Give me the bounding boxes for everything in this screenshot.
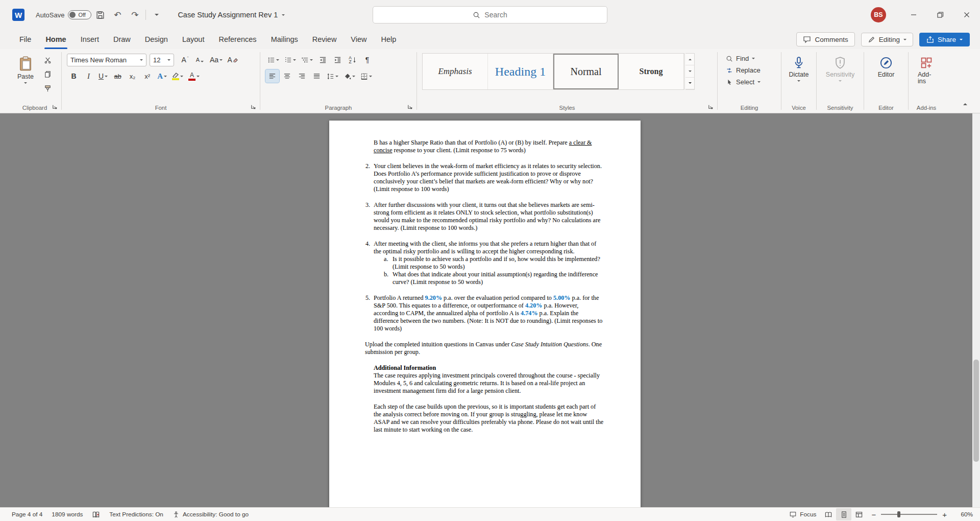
save-button[interactable] [91, 6, 109, 23]
print-layout-button[interactable] [836, 508, 851, 520]
select-button[interactable]: Select [723, 77, 776, 87]
autosave-toggle[interactable]: Off [68, 10, 91, 19]
align-right-button[interactable] [295, 69, 309, 83]
subscript-button[interactable]: x₂ [126, 69, 139, 83]
find-button[interactable]: Find [723, 53, 776, 64]
share-button[interactable]: Share [919, 33, 970, 46]
editing-mode-button[interactable]: Editing [861, 33, 913, 46]
focus-button[interactable]: Focus [785, 511, 821, 518]
increase-indent-button[interactable] [331, 53, 345, 66]
undo-button[interactable]: ↶ [109, 6, 126, 23]
styles-dialog-launcher[interactable] [707, 103, 714, 110]
align-left-button[interactable] [265, 69, 279, 83]
borders-button[interactable] [358, 69, 374, 83]
minimize-button[interactable] [900, 4, 927, 26]
tab-design[interactable]: Design [138, 30, 175, 49]
zoom-in-button[interactable]: + [942, 510, 951, 519]
read-mode-button[interactable] [821, 508, 836, 520]
styles-scroll-up-button[interactable] [685, 54, 694, 65]
replace-button[interactable]: Replace [723, 65, 776, 76]
tab-file[interactable]: File [12, 30, 38, 49]
align-center-button[interactable] [280, 69, 294, 83]
decrease-indent-button[interactable] [316, 53, 330, 66]
tab-home[interactable]: Home [38, 30, 73, 49]
style-heading-1[interactable]: Heading 1 [488, 54, 553, 89]
font-color-button[interactable]: A [186, 69, 202, 83]
text-predictions[interactable]: Text Predictions: On [105, 508, 168, 521]
vertical-scrollbar[interactable] [972, 113, 980, 507]
bold-button[interactable]: B [67, 69, 81, 83]
replace-icon [726, 67, 733, 74]
tab-view[interactable]: View [344, 30, 374, 49]
style-emphasis[interactable]: Emphasis [423, 54, 488, 89]
shading-button[interactable] [341, 69, 357, 83]
avatar[interactable]: BS [871, 7, 886, 22]
collapse-ribbon-button[interactable] [959, 100, 972, 109]
word-count[interactable]: 1809 words [47, 508, 87, 521]
paragraph-dialog-launcher[interactable] [406, 103, 413, 110]
word-app-icon[interactable]: W [12, 9, 24, 21]
close-button[interactable] [953, 4, 980, 26]
font-name-combo[interactable]: Times New Roman [67, 54, 146, 66]
tab-mailings[interactable]: Mailings [264, 30, 305, 49]
search-box[interactable]: Search [373, 6, 607, 23]
styles-scroll-down-button[interactable] [685, 65, 694, 77]
zoom-slider-thumb[interactable] [897, 511, 900, 517]
tab-layout[interactable]: Layout [175, 30, 212, 49]
sort-button[interactable]: AZ [346, 53, 359, 66]
tab-draw[interactable]: Draw [106, 30, 138, 49]
scrollbar-thumb[interactable] [973, 360, 979, 462]
strikethrough-button[interactable]: ab [111, 69, 125, 83]
style-strong[interactable]: Strong [619, 54, 684, 89]
autosave-control: AutoSave Off [36, 10, 91, 19]
paste-button[interactable]: Paste [13, 53, 38, 87]
tab-references[interactable]: References [211, 30, 263, 49]
bullets-button[interactable] [265, 53, 281, 66]
chevron-down-icon [960, 39, 963, 40]
show-hide-formatting-button[interactable]: ¶ [360, 53, 374, 66]
clear-formatting-button[interactable]: A [226, 53, 239, 66]
shrink-font-button[interactable]: A [193, 53, 207, 66]
page-indicator[interactable]: Page 4 of 4 [7, 508, 47, 521]
change-case-button[interactable]: Aa [208, 53, 225, 66]
quick-access-more-button[interactable] [148, 6, 165, 23]
maximize-button[interactable] [927, 4, 953, 26]
text-run: 4.20% [525, 302, 543, 309]
cut-button[interactable] [41, 53, 55, 66]
format-painter-button[interactable] [41, 82, 55, 95]
font-dialog-launcher[interactable] [250, 103, 257, 110]
zoom-out-button[interactable]: − [867, 510, 876, 519]
document-title-button[interactable]: Case Study Assignment Rev 1 [173, 8, 290, 22]
accessibility-status[interactable]: Accessibility: Good to go [168, 508, 253, 521]
zoom-level[interactable]: 60% [951, 511, 973, 518]
line-spacing-button[interactable] [325, 69, 340, 83]
text-effects-button[interactable]: A [155, 69, 169, 83]
dictate-button[interactable]: Dictate [787, 53, 811, 85]
sensitivity-button[interactable]: Sensitivity [822, 53, 859, 85]
grow-font-button[interactable]: Aˆ [178, 53, 192, 66]
justify-button[interactable] [310, 69, 324, 83]
clipboard-dialog-launcher[interactable] [51, 103, 58, 110]
numbering-button[interactable] [282, 53, 298, 66]
styles-gallery-more-button[interactable] [685, 78, 694, 89]
proofing-status[interactable] [87, 508, 105, 521]
web-layout-button[interactable] [851, 508, 867, 520]
zoom-slider[interactable] [881, 514, 937, 515]
redo-button[interactable]: ↷ [126, 6, 143, 23]
style-normal[interactable]: Normal [553, 54, 619, 89]
superscript-button[interactable]: x² [140, 69, 154, 83]
copy-button[interactable] [41, 67, 55, 81]
editor-button[interactable]: Editor [869, 53, 903, 81]
tab-insert[interactable]: Insert [74, 30, 106, 49]
sensitivity-group-label: Sensitivity [818, 105, 863, 111]
tab-help[interactable]: Help [374, 30, 404, 49]
multilevel-list-button[interactable] [299, 53, 315, 66]
document-page[interactable]: B has a higher Sharpe Ratio than that of… [329, 121, 641, 507]
highlight-button[interactable] [170, 69, 185, 83]
comments-button[interactable]: Comments [796, 32, 854, 46]
tab-review[interactable]: Review [305, 30, 344, 49]
font-size-combo[interactable]: 12 [150, 54, 174, 66]
addins-button[interactable]: Add-ins [914, 53, 939, 87]
underline-button[interactable]: U [96, 69, 110, 83]
italic-button[interactable]: I [82, 69, 95, 83]
